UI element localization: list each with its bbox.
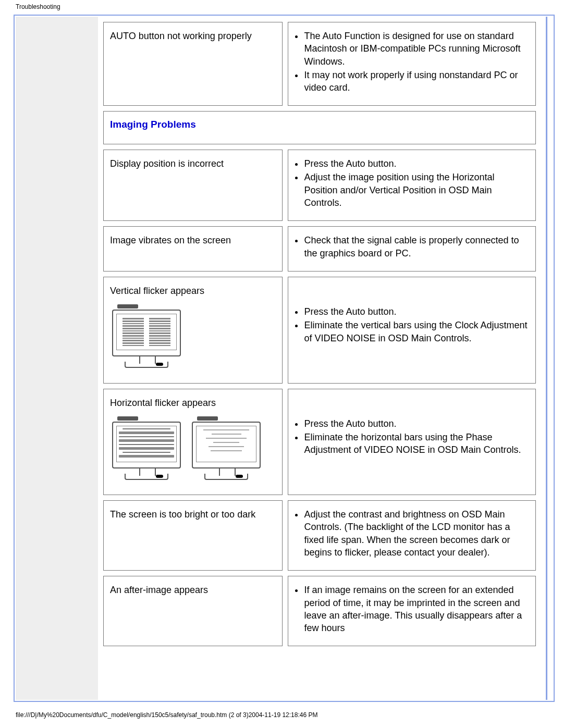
solution-cell: Press the Auto button. Eliminate the hor…	[288, 389, 536, 496]
solution-cell: If an image remains on the screen for an…	[288, 576, 536, 646]
solution-list: Press the Auto button. Adjust the image …	[304, 157, 529, 209]
solution-item: Press the Auto button.	[304, 417, 529, 430]
problem-label: Display position is incorrect	[110, 158, 224, 169]
solution-item: Adjust the contrast and brightness on OS…	[304, 508, 529, 559]
problem-cell: An after-image appears	[103, 576, 283, 646]
content-area: AUTO button not working properly The Aut…	[98, 17, 541, 700]
table-row: Vertical flicker appears	[103, 277, 536, 384]
solution-item: If an image remains on the screen for an…	[304, 584, 529, 634]
vertical-flicker-illustration	[110, 304, 183, 369]
solution-item: Press the Auto button.	[304, 157, 529, 170]
solution-cell: Check that the signal cable is properly …	[288, 226, 536, 272]
problem-label: Image vibrates on the screen	[110, 235, 231, 245]
table-row: AUTO button not working properly The Aut…	[103, 22, 536, 106]
content-frame: AUTO button not working properly The Aut…	[14, 15, 555, 702]
table-row: Display position is incorrect Press the …	[103, 150, 536, 221]
troubleshooting-table: AUTO button not working properly The Aut…	[98, 17, 541, 651]
problem-label: Vertical flicker appears	[110, 286, 204, 296]
solution-cell: Press the Auto button. Adjust the image …	[288, 150, 536, 221]
solution-cell: Adjust the contrast and brightness on OS…	[288, 500, 536, 571]
solution-item: The Auto Function is designed for use on…	[304, 30, 529, 68]
footer-file-path: file:///D|/My%20Documents/dfu/C_model/en…	[16, 711, 317, 719]
problem-cell: Horizontal flicker appears	[103, 389, 283, 496]
horizontal-flicker-illustration-before	[110, 416, 183, 481]
solution-item: Eliminate the horizontal bars using the …	[304, 431, 529, 456]
problem-cell: AUTO button not working properly	[103, 22, 283, 106]
navigation-gutter	[16, 17, 98, 700]
section-heading-cell: Imaging Problems	[103, 111, 536, 144]
problem-label: An after-image appears	[110, 585, 208, 595]
solution-cell: Press the Auto button. Eliminate the ver…	[288, 277, 536, 384]
solution-list: The Auto Function is designed for use on…	[304, 30, 529, 94]
table-row: The screen is too bright or too dark Adj…	[103, 500, 536, 571]
problem-cell: Image vibrates on the screen	[103, 226, 283, 272]
horizontal-flicker-illustration-after	[190, 416, 263, 481]
solution-list: Check that the signal cable is properly …	[304, 234, 529, 260]
table-row: Image vibrates on the screen Check that …	[103, 226, 536, 272]
solution-list: Press the Auto button. Eliminate the hor…	[304, 417, 529, 456]
problem-label: The screen is too bright or too dark	[110, 509, 255, 520]
solution-item: Press the Auto button.	[304, 305, 529, 318]
imaging-problems-heading: Imaging Problems	[110, 119, 196, 130]
problem-label: Horizontal flicker appears	[110, 398, 216, 408]
right-accent-line	[546, 17, 547, 700]
problem-cell: The screen is too bright or too dark	[103, 500, 283, 571]
solution-list: Adjust the contrast and brightness on OS…	[304, 508, 529, 559]
page-root: Troubleshooting AUTO button not working …	[0, 0, 563, 728]
solution-item: It may not work properly if using nonsta…	[304, 69, 529, 94]
table-row: Imaging Problems	[103, 111, 536, 144]
solution-item: Eliminate the vertical bars using the Cl…	[304, 319, 529, 344]
table-row: An after-image appears If an image remai…	[103, 576, 536, 646]
solution-item: Check that the signal cable is properly …	[304, 234, 529, 260]
solution-item: Adjust the image position using the Hori…	[304, 171, 529, 209]
solution-list: Press the Auto button. Eliminate the ver…	[304, 305, 529, 344]
page-header-title: Troubleshooting	[16, 3, 60, 10]
problem-label: AUTO button not working properly	[110, 31, 252, 41]
problem-cell: Vertical flicker appears	[103, 277, 283, 384]
table-row: Horizontal flicker appears	[103, 389, 536, 496]
problem-cell: Display position is incorrect	[103, 150, 283, 221]
solution-list: If an image remains on the screen for an…	[304, 584, 529, 634]
solution-cell: The Auto Function is designed for use on…	[288, 22, 536, 106]
